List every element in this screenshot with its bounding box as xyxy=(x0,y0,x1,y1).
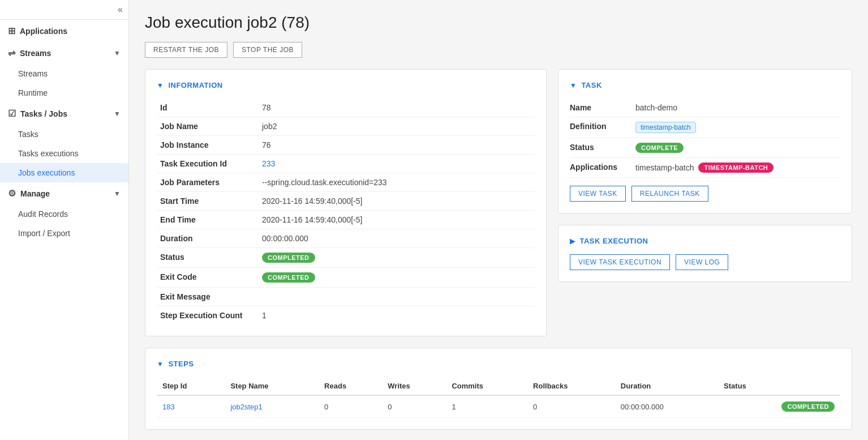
col-duration: Duration xyxy=(615,377,718,395)
step-reads: 0 xyxy=(319,395,382,418)
table-row: Start Time 2020-11-16 14:59:40,000[-5] xyxy=(157,192,535,211)
task-applications-label: Applications xyxy=(570,163,626,172)
manage-icon: ⚙ xyxy=(8,188,16,199)
table-row: Job Parameters --spring.cloud.task.execu… xyxy=(157,173,535,192)
task-action-buttons: VIEW TASK RELAUNCH TASK xyxy=(570,186,840,202)
table-row: Status COMPLETED xyxy=(157,248,535,268)
steps-label: STEPS xyxy=(168,360,194,368)
applications-name: timestamp-batch xyxy=(635,163,694,172)
exit-code-cell: COMPLETED xyxy=(259,268,535,288)
steps-chevron-icon: ▼ xyxy=(157,360,164,368)
col-reads: Reads xyxy=(319,377,382,395)
col-step-name: Step Name xyxy=(225,377,319,395)
tasks-jobs-label: Tasks / Jobs xyxy=(20,109,67,118)
task-exec-id-label: Task Execution Id xyxy=(157,155,259,173)
status-cell: COMPLETED xyxy=(259,248,535,268)
right-column: ▼ TASK Name batch-demo Definition timest… xyxy=(558,69,852,282)
duration-value: 00:00:00.000 xyxy=(259,229,535,248)
step-status-badge: COMPLETED xyxy=(781,401,835,412)
relaunch-task-button[interactable]: RELAUNCH TASK xyxy=(631,186,708,202)
task-status-row: Status COMPLETE xyxy=(570,138,840,158)
table-row: Task Execution Id 233 xyxy=(157,155,535,173)
sidebar-collapse-btn[interactable]: « xyxy=(0,0,128,20)
exit-message-value xyxy=(259,288,535,306)
manage-label: Manage xyxy=(20,189,50,198)
stop-job-button[interactable]: STOP THE JOB xyxy=(233,42,302,58)
streams-child-label: Streams xyxy=(18,69,48,78)
task-exec-id-value: 233 xyxy=(259,155,535,173)
streams-chevron-icon: ▼ xyxy=(114,49,121,57)
job-params-label: Job Parameters xyxy=(157,173,259,192)
definition-badge: timestamp-batch xyxy=(635,122,696,133)
step-id-cell: 183 xyxy=(157,395,225,418)
task-card: ▼ TASK Name batch-demo Definition timest… xyxy=(558,69,852,213)
task-applications-row: Applications timestamp-batch TIMESTAMP-B… xyxy=(570,158,840,178)
table-row: Step Execution Count 1 xyxy=(157,306,535,325)
info-task-row: ▼ INFORMATION Id 78 Job Name job2 Job In… xyxy=(145,69,852,336)
runtime-label: Runtime xyxy=(18,88,48,97)
action-buttons: RESTART THE JOB STOP THE JOB xyxy=(145,42,852,58)
streams-parent-label: Streams xyxy=(20,49,51,58)
step-exec-count-label: Step Execution Count xyxy=(157,306,259,325)
sidebar-item-streams[interactable]: Streams xyxy=(0,64,128,83)
id-value: 78 xyxy=(259,99,535,117)
tasks-chevron-icon: ▼ xyxy=(114,110,121,118)
streams-icon: ⇌ xyxy=(8,48,15,58)
sidebar-item-manage[interactable]: ⚙ Manage ▼ xyxy=(0,182,128,204)
job-instance-value: 76 xyxy=(259,136,535,155)
col-status: Status xyxy=(718,377,840,395)
job-name-value: job2 xyxy=(259,117,535,136)
import-export-label: Import / Export xyxy=(18,229,70,238)
task-status-badge: COMPLETE xyxy=(635,143,684,153)
table-row: Duration 00:00:00.000 xyxy=(157,229,535,248)
task-status-label: Status xyxy=(570,143,626,152)
step-name-link[interactable]: job2step1 xyxy=(230,403,262,411)
task-name-row: Name batch-demo xyxy=(570,99,840,117)
task-exec-buttons: VIEW TASK EXECUTION VIEW LOG xyxy=(570,254,840,270)
sidebar: « ⊞ Applications ⇌ Streams ▼ Streams Run… xyxy=(0,0,129,440)
step-writes: 0 xyxy=(382,395,446,418)
sidebar-item-jobs-executions[interactable]: Jobs executions xyxy=(0,163,128,182)
view-task-execution-button[interactable]: VIEW TASK EXECUTION xyxy=(570,254,670,270)
tasks-executions-label: Tasks executions xyxy=(18,149,79,158)
job-name-label: Job Name xyxy=(157,117,259,136)
task-execution-section-header: ▶ TASK EXECUTION xyxy=(570,237,840,245)
tasks-label: Tasks xyxy=(18,130,38,139)
information-table: Id 78 Job Name job2 Job Instance 76 Task… xyxy=(157,99,535,324)
audit-records-label: Audit Records xyxy=(18,210,68,219)
view-log-button[interactable]: VIEW LOG xyxy=(676,254,728,270)
information-card: ▼ INFORMATION Id 78 Job Name job2 Job In… xyxy=(145,69,547,336)
job-params-value: --spring.cloud.task.executionid=233 xyxy=(259,173,535,192)
steps-card: ▼ STEPS Step Id Step Name Reads Writes C… xyxy=(145,348,852,430)
sidebar-item-tasks-executions[interactable]: Tasks executions xyxy=(0,144,128,163)
start-time-value: 2020-11-16 14:59:40,000[-5] xyxy=(259,192,535,211)
steps-header-row: Step Id Step Name Reads Writes Commits R… xyxy=(157,377,840,395)
sidebar-item-tasks[interactable]: Tasks xyxy=(0,125,128,144)
task-exec-id-link[interactable]: 233 xyxy=(262,159,275,168)
main-content: Job execution job2 (78) RESTART THE JOB … xyxy=(129,0,868,440)
sidebar-item-tasks-jobs[interactable]: ☑ Tasks / Jobs ▼ xyxy=(0,102,128,125)
task-exec-chevron-icon: ▶ xyxy=(570,237,575,245)
view-task-button[interactable]: VIEW TASK xyxy=(570,186,626,202)
table-row: Job Name job2 xyxy=(157,117,535,136)
tasks-icon: ☑ xyxy=(8,108,16,119)
end-time-label: End Time xyxy=(157,211,259,229)
task-execution-label: TASK EXECUTION xyxy=(580,237,648,245)
exit-message-label: Exit Message xyxy=(157,288,259,306)
collapse-icon: « xyxy=(118,5,123,15)
sidebar-item-streams-parent[interactable]: ⇌ Streams ▼ xyxy=(0,42,128,64)
task-execution-card: ▶ TASK EXECUTION VIEW TASK EXECUTION VIE… xyxy=(558,225,852,282)
table-row: Id 78 xyxy=(157,99,535,117)
task-chevron-icon: ▼ xyxy=(570,82,577,89)
table-row: Job Instance 76 xyxy=(157,136,535,155)
step-duration: 00:00:00.000 xyxy=(615,395,718,418)
step-id-link[interactable]: 183 xyxy=(162,403,175,411)
applications-badge: TIMESTAMP-BATCH xyxy=(698,163,774,173)
jobs-executions-label: Jobs executions xyxy=(18,168,75,177)
table-row: End Time 2020-11-16 14:59:40,000[-5] xyxy=(157,211,535,229)
sidebar-item-import-export[interactable]: Import / Export xyxy=(0,224,128,243)
sidebar-item-runtime[interactable]: Runtime xyxy=(0,83,128,102)
restart-job-button[interactable]: RESTART THE JOB xyxy=(145,42,227,58)
sidebar-item-applications[interactable]: ⊞ Applications xyxy=(0,20,128,42)
sidebar-item-audit-records[interactable]: Audit Records xyxy=(0,204,128,224)
